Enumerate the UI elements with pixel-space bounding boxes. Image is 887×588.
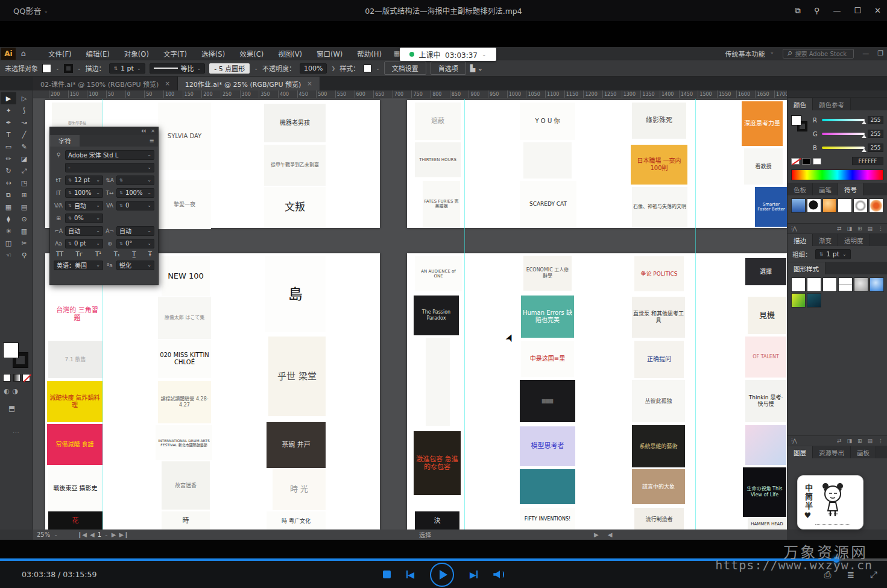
magic-wand-tool[interactable]: ✦ [1,104,16,116]
zoom-tool[interactable]: ⚲ [16,249,32,261]
r-value[interactable]: 255 [868,116,883,124]
book-cover[interactable]: SYLVIA DAY [158,103,211,170]
rectangle-tool[interactable]: ▭ [1,141,16,153]
stroke-weight-select[interactable]: ⇅1 pt⌄ [815,249,851,259]
book-cover[interactable]: AN AUDIENCE of ONE [415,256,462,291]
book-cover[interactable]: SCAREDY CAT [520,181,576,227]
insert-space-left-select[interactable]: 自动⌄ [65,226,103,236]
book-cover[interactable]: 丛彼此孤独 [632,380,685,422]
hand-tool[interactable]: ☜ [1,249,16,261]
opacity-more-icon[interactable]: ❯ [331,66,335,71]
graph-tool[interactable]: ▥ [16,225,32,237]
book-cover[interactable]: 遮蔽 [415,103,461,140]
last-artboard-icon[interactable]: ▶❙ [119,531,129,538]
character-panel[interactable]: ⏴⏴ ✕ 字符 ≡ ⚲ Adobe 宋体 Std L⌄ -⌄ tT [49,127,159,285]
character-rotation-field[interactable]: ⇅0°⌄ [116,239,154,248]
artboard-tool[interactable]: ◫ [1,237,16,249]
symbol-splatter[interactable] [807,198,821,213]
stroke-weight-field[interactable]: ⇅1 pt⌄ [109,63,145,74]
book-cover[interactable]: 原倫太郎 はこて集 [158,297,211,339]
zoom-level[interactable]: 25% [37,531,50,538]
line-segment-tool[interactable]: ╱ [16,128,32,141]
book-cover[interactable]: THIRTEEN HOURS [415,142,461,177]
book-cover[interactable]: 看教授 [744,148,783,185]
symbol-libraries-icon[interactable]: ⫶⋀ [791,226,797,232]
book-cover[interactable]: 時 粤广文化 [267,511,326,530]
menu-item[interactable]: 对象(O) [117,48,156,60]
book-cover[interactable]: HAMMER HEAD [748,517,786,530]
app-menu[interactable]: QQ影音 ⌄ [13,5,48,16]
book-cover[interactable]: Y O U 你 [520,103,575,140]
play-button[interactable] [430,563,454,587]
menu-item[interactable]: 选择(S) [194,48,232,60]
panel-tab-图形样式[interactable]: 图形样式 [788,262,825,274]
panel-tab-画板[interactable]: 画板 [851,446,876,458]
home-icon[interactable]: ⌂ [16,49,31,58]
panel-tab-色板[interactable]: 色板 [788,183,813,195]
curvature-tool[interactable]: ↝ [16,116,32,128]
language-select[interactable]: 英语：美国⌄ [54,261,103,270]
book-cover[interactable]: ▆▆▆ [520,380,575,422]
book-cover[interactable]: 見機 [748,297,786,334]
scale-tool[interactable]: ⤢ [16,165,32,177]
panel-footer-icon[interactable]: ◨ [847,226,852,232]
fill-swatch[interactable] [42,64,51,73]
antialias-select[interactable]: 锐化⌄ [116,261,154,270]
menu-item[interactable]: 帮助(H) [350,48,389,60]
close-icon[interactable]: ✕ [874,6,881,15]
book-cover[interactable]: 日本職場 一案内100則 [631,145,687,185]
document-setup-button[interactable]: 文档设置 [384,62,426,75]
panel-tab-渐变[interactable]: 渐变 [813,234,838,246]
book-cover[interactable]: 戰後東亞 攝影史 [48,466,103,511]
next-artboard-icon[interactable]: ▶ [112,531,116,538]
baseline-shift-field[interactable]: ⇅0 pt⌄ [65,239,103,248]
stop-button[interactable] [383,571,391,578]
book-cover[interactable]: 流行制造者 [634,508,684,530]
book-cover[interactable]: 茶碗 井戸 [267,422,326,468]
book-cover[interactable]: 花 [48,511,103,530]
menu-item[interactable]: 效果(C) [232,48,271,60]
font-family-select[interactable]: Adobe 宋体 Std L⌄ [65,150,154,160]
preferences-button[interactable]: 首选项 [431,62,466,75]
ai-minimize-icon[interactable]: — [862,49,869,57]
type-tool[interactable]: T [1,128,16,141]
g-value[interactable]: 255 [868,130,883,138]
scroll-arrows[interactable]: ▶ ◀ [594,531,616,538]
selection-tool[interactable]: ▶ [1,92,16,104]
close-icon[interactable]: ✕ [151,128,155,134]
symbol-ribbon[interactable] [791,198,806,213]
b-value[interactable]: 255 [868,144,883,152]
book-cover[interactable]: 島 [265,256,326,332]
book-cover[interactable] [426,338,450,426]
close-tab-icon[interactable]: × [165,80,169,87]
first-artboard-icon[interactable]: ❙◀ [77,531,87,538]
graphic-style-1[interactable] [791,277,806,292]
book-cover[interactable]: 中是这国≡里 [521,341,574,377]
style-libraries-icon[interactable]: ⫶⋀ [791,438,797,444]
book-cover[interactable]: 從甲午戰爭到乙未割臺 [264,145,326,186]
book-cover[interactable]: 正确提问 [634,341,684,378]
none-swatch[interactable] [791,158,800,165]
menu-item[interactable]: 编辑(E) [79,48,117,60]
book-cover[interactable]: 決 [415,511,459,530]
book-cover[interactable]: 常備減醣 食譜 [47,424,103,465]
ai-restore-icon[interactable]: ❐ [877,49,883,57]
book-cover[interactable]: 文叛 [264,187,326,227]
paintbrush-tool[interactable]: ✎ [16,141,32,153]
g-slider[interactable] [822,133,865,135]
illustrator-logo[interactable]: Ai [1,48,16,60]
graphic-style-4[interactable] [838,277,853,292]
book-cover[interactable]: 直觉泵 和其他思考工具 [632,297,685,338]
book-cover[interactable]: 機器老男孩 [264,104,326,142]
insert-space-right-select[interactable]: 自动⌄ [116,226,154,236]
opacity-field[interactable]: 100% [300,63,327,74]
book-cover[interactable]: 石像、神祇与失落的文明 [632,187,687,227]
horizontal-scale-field[interactable]: ⇅100%⌄ [116,188,154,198]
color-spectrum-bar[interactable] [791,169,883,180]
book-cover[interactable]: 綠影殊死 [632,103,686,139]
panel-tab-资源导出[interactable]: 资源导出 [813,446,851,458]
type-style-button[interactable]: Tᴦ [76,251,83,258]
book-cover[interactable]: 選擇 [745,258,786,285]
book-cover[interactable]: 摯愛一夜 [158,180,211,229]
menu-item[interactable]: 窗口(W) [309,48,350,60]
